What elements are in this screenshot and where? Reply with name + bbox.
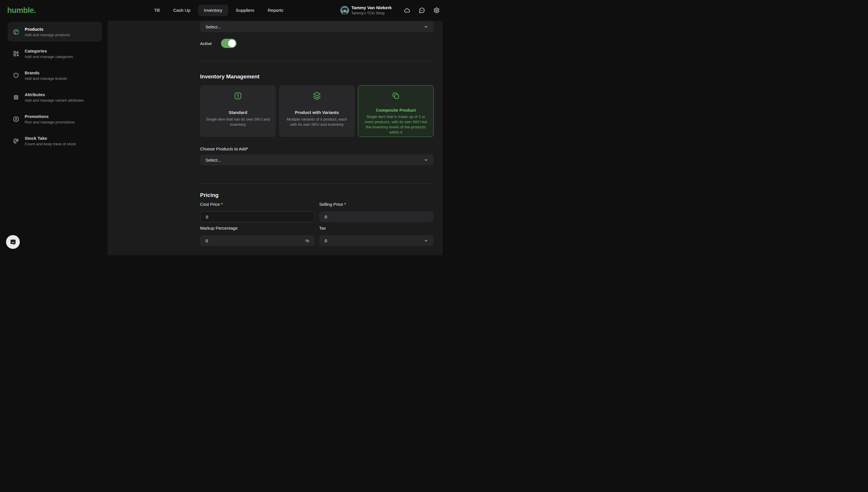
one-in-box-icon xyxy=(233,91,243,101)
nav-tab-suppliers[interactable]: Suppliers xyxy=(230,5,261,16)
sidebar-item-label: Brands xyxy=(25,70,67,75)
markup-tax-labels-row: Markup Percentage Tax xyxy=(200,226,434,230)
user-org: Tammy's TCG Shop xyxy=(351,11,392,15)
shapes-icon xyxy=(13,50,20,57)
atom-icon xyxy=(13,94,20,101)
selling-price-label: Selling Price * xyxy=(319,202,434,207)
top-select-value: Select... xyxy=(205,24,221,29)
markup-percentage-field[interactable]: 0 % xyxy=(200,235,315,246)
markup-percentage-label: Markup Percentage xyxy=(200,226,315,230)
sidebar-item-description: Add and manage brands xyxy=(25,76,67,81)
selling-price-field[interactable]: 0 xyxy=(319,211,434,222)
settings-gear-icon[interactable] xyxy=(433,7,440,14)
sidebar-item-description: Add and manage variant attributes xyxy=(25,98,84,102)
ticket-percent-icon xyxy=(13,116,20,123)
tax-select[interactable]: 0 xyxy=(319,235,434,246)
selling-price-value: 0 xyxy=(325,215,327,219)
section-divider xyxy=(200,61,434,62)
package-icon xyxy=(13,28,20,35)
option-card-title: Composite Product xyxy=(376,108,416,113)
nav-tab-inventory[interactable]: Inventory xyxy=(198,5,228,16)
blob-tag-icon xyxy=(13,72,20,79)
top-bar: humble. Till Cash Up Inventory Suppliers… xyxy=(0,0,450,21)
nav-tab-till[interactable]: Till xyxy=(148,5,166,16)
sidebar-item-products[interactable]: Products Add and manage products xyxy=(8,22,102,42)
option-card-composite-product[interactable]: Composite Product Single item that is ma… xyxy=(358,85,434,137)
inventory-type-options: Standard Single item that has its own SK… xyxy=(200,85,434,137)
active-toggle[interactable] xyxy=(221,39,237,48)
sidebar-item-label: Promotions xyxy=(25,114,75,119)
cloud-sync-icon[interactable] xyxy=(404,7,410,14)
chevron-down-icon xyxy=(424,25,428,29)
pricing-labels-row: Cost Price * Selling Price * xyxy=(200,202,434,207)
section-divider xyxy=(200,183,434,184)
sidebar-item-label: Attributes xyxy=(25,92,84,97)
toggle-knob xyxy=(228,40,235,47)
sidebar-item-promotions[interactable]: Promotions Run and manage promotions xyxy=(8,109,102,129)
sidebar-item-description: Count and keep track of stock xyxy=(25,142,76,146)
option-card-title: Product with Variants xyxy=(295,110,339,115)
sidebar-item-label: Products xyxy=(25,27,70,31)
cost-price-field[interactable]: 0 xyxy=(200,211,315,222)
sidebar-item-attributes[interactable]: Attributes Add and manage variant attrib… xyxy=(8,87,102,107)
choose-products-label: Choose Products to Add* xyxy=(200,146,248,151)
sidebar-item-description: Add and manage products xyxy=(25,33,70,37)
user-meta[interactable]: Tammy Van Niekerk Tammy's TCG Shop xyxy=(351,5,392,15)
main-nav: Till Cash Up Inventory Suppliers Reports xyxy=(148,0,289,21)
brand-logo: humble. xyxy=(7,6,36,15)
chat-messages-icon[interactable] xyxy=(419,7,425,14)
main-panel: Select... Active Inventory Management St… xyxy=(108,21,443,255)
markup-percentage-value: 0 xyxy=(205,238,208,243)
user-name: Tammy Van Niekerk xyxy=(351,5,392,10)
markup-tax-inputs-row: 0 % 0 xyxy=(200,235,434,246)
sidebar-item-label: Stock Take xyxy=(25,136,76,141)
top-select[interactable]: Select... xyxy=(200,21,434,32)
chevron-down-icon xyxy=(424,158,428,162)
tax-label: Tax xyxy=(319,226,434,230)
chat-bubble-smile-icon xyxy=(9,239,17,246)
option-card-product-with-variants[interactable]: Product with Variants Multiple variants … xyxy=(279,85,355,137)
sidebar-item-brands[interactable]: Brands Add and manage brands xyxy=(8,66,102,85)
chevron-down-icon xyxy=(424,239,428,243)
active-toggle-row: Active xyxy=(200,39,237,48)
option-card-description: Single item that has its own SKU and inv… xyxy=(205,117,271,127)
support-chat-launcher[interactable] xyxy=(6,235,20,249)
sidebar: Products Add and manage products Categor… xyxy=(0,21,108,255)
sidebar-item-description: Add and manage categories xyxy=(25,54,73,59)
nav-tab-reports[interactable]: Reports xyxy=(262,5,289,16)
percent-suffix: % xyxy=(305,238,309,243)
clipboard-check-icon xyxy=(13,138,20,144)
active-label: Active xyxy=(200,41,212,46)
combine-squares-icon xyxy=(391,91,401,101)
sidebar-item-stock-take[interactable]: Stock Take Count and keep track of stock xyxy=(8,131,102,151)
nav-tab-cash-up[interactable]: Cash Up xyxy=(167,5,196,16)
option-card-description: Multiple variants of a product, each wit… xyxy=(283,117,350,127)
option-card-title: Standard xyxy=(228,110,247,115)
inventory-management-title: Inventory Management xyxy=(200,73,259,80)
user-avatar[interactable] xyxy=(341,6,349,15)
choose-products-select-value: Select... xyxy=(205,157,221,163)
pricing-title: Pricing xyxy=(200,192,218,198)
option-card-description: Single item that is made up of 2 or more… xyxy=(363,114,429,135)
cost-price-value: 0 xyxy=(206,215,208,219)
choose-products-select[interactable]: Select... xyxy=(200,154,434,165)
option-card-standard[interactable]: Standard Single item that has its own SK… xyxy=(200,85,276,137)
sidebar-item-description: Run and manage promotions xyxy=(25,120,75,124)
tax-value: 0 xyxy=(325,238,327,243)
layers-icon xyxy=(312,91,322,101)
pricing-inputs-row: 0 0 xyxy=(200,211,434,222)
sidebar-item-categories[interactable]: Categories Add and manage categories xyxy=(8,44,102,64)
product-form: Select... Active Inventory Management St… xyxy=(200,21,434,255)
cost-price-label: Cost Price * xyxy=(200,202,315,207)
sidebar-item-label: Categories xyxy=(25,49,73,53)
